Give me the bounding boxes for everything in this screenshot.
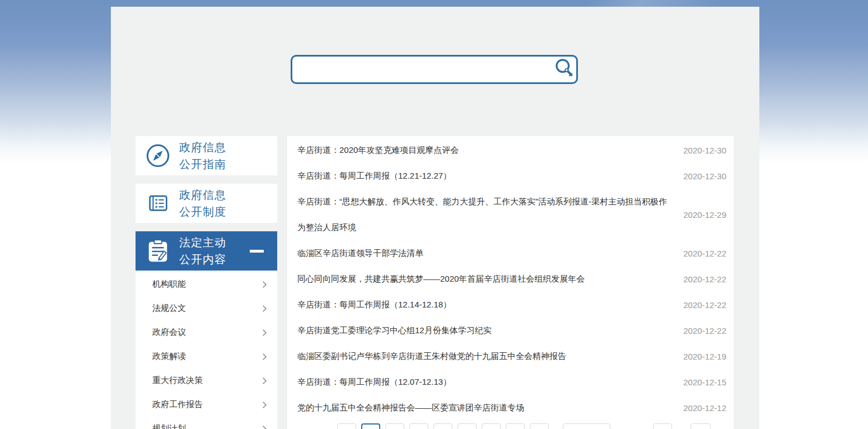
collapse-minus-icon [250, 250, 264, 253]
compass-icon [145, 143, 171, 169]
chevron-right-icon [260, 377, 266, 384]
sidebar-item-label: 政府信息 公开指南 [179, 139, 226, 172]
chevron-right-icon [260, 426, 266, 429]
news-item-title[interactable]: 辛店街道：每周工作周报（12.21-12.27） [297, 163, 675, 189]
sidebar-subitem-policy-interpretation[interactable]: 政策解读 [136, 344, 277, 369]
pagination-page-button[interactable] [530, 423, 549, 429]
subitem-label: 政策解读 [152, 351, 186, 362]
sidebar-subitem-organization[interactable]: 机构职能 [136, 272, 277, 296]
news-row: 辛店街道：2020年攻坚克难项目观摩点评会 2020-12-30 [287, 137, 734, 163]
news-item-date: 2020-12-22 [675, 274, 726, 284]
news-item-date: 2020-12-30 [675, 146, 726, 155]
chevron-right-icon [260, 281, 266, 287]
subitem-label: 政府会议 [152, 327, 186, 338]
ledger-icon [145, 190, 171, 216]
news-item-title[interactable]: 辛店街道：2020年攻坚克难项目观摩点评会 [297, 137, 675, 163]
pagination-jump-input[interactable] [653, 423, 672, 429]
news-item-date: 2020-12-22 [675, 249, 726, 258]
pagination-page-button[interactable] [458, 423, 477, 429]
chevron-right-icon [260, 353, 266, 360]
clipboard-pencil-icon [145, 238, 171, 264]
news-row: 辛店街道：每周工作周报（12.14-12.18） 2020-12-22 [287, 292, 734, 318]
news-item-title[interactable]: 辛店街道：每周工作周报（12.14-12.18） [297, 292, 675, 318]
sidebar-item-disclosure-system[interactable]: 政府信息 公开制度 [136, 184, 277, 223]
news-item-title[interactable]: 同心同向同发展，共建共赢共筑梦——2020年首届辛店街道社会组织发展年会 [297, 266, 675, 292]
sidebar-subitem-planning[interactable]: 规划计划 [136, 417, 277, 429]
news-item-date: 2020-12-30 [675, 171, 726, 181]
news-list: 辛店街道：2020年攻坚克难项目观摩点评会 2020-12-30 辛店街道：每周… [287, 136, 734, 429]
pagination-next-button[interactable] [563, 423, 610, 429]
sidebar-subitem-regulations[interactable]: 法规公文 [136, 296, 277, 320]
news-row: 党的十九届五中全会精神报告会——区委宣讲团辛店街道专场 2020-12-12 [287, 395, 734, 421]
sidebar-item-label: 法定主动 公开内容 [179, 234, 226, 268]
news-item-title[interactable]: 辛店街道：“思想大解放、作风大转变、能力大提升、工作大落实”活动系列报道-渠村主… [297, 189, 675, 240]
sidebar-item-label: 政府信息 公开制度 [179, 186, 226, 220]
news-item-title[interactable]: 临淄区辛店街道领导干部学法清单 [297, 240, 675, 266]
content-panel: 政府信息 公开指南 政府信息 公开制度 [111, 7, 759, 429]
sidebar-subitem-major-decisions[interactable]: 重大行政决策 [136, 369, 277, 393]
sidebar: 政府信息 公开指南 政府信息 公开制度 [136, 136, 277, 429]
news-item-date: 2020-12-22 [675, 326, 726, 335]
news-item-title[interactable]: 党的十九届五中全会精神报告会——区委宣讲团辛店街道专场 [297, 395, 675, 421]
subitem-label: 重大行政决策 [152, 375, 203, 386]
pagination [287, 423, 734, 429]
pagination-page-button[interactable] [482, 423, 501, 429]
news-item-date: 2020-12-15 [675, 377, 726, 387]
chevron-right-icon [260, 329, 266, 335]
news-item-title[interactable]: 临淄区委副书记卢华栋到辛店街道王朱村做党的十九届五中全会精神报告 [297, 343, 675, 369]
sidebar-item-legal-active-disclosure[interactable]: 法定主动 公开内容 [136, 231, 277, 271]
search-input[interactable] [292, 57, 552, 82]
search-box [291, 55, 578, 84]
subitem-label: 机构职能 [152, 279, 186, 290]
news-row: 辛店街道：每周工作周报（12.21-12.27） 2020-12-30 [287, 163, 734, 189]
chevron-right-icon [260, 402, 266, 408]
news-row: 临淄区委副书记卢华栋到辛店街道王朱村做党的十九届五中全会精神报告 2020-12… [287, 343, 734, 369]
news-row: 辛店街道：每周工作周报（12.07-12.13） 2020-12-15 [287, 369, 734, 395]
pagination-page-button[interactable] [385, 423, 404, 429]
pagination-page-button[interactable] [433, 423, 452, 429]
search-icon [554, 58, 574, 82]
news-item-date: 2020-12-19 [675, 352, 726, 361]
news-row: 辛店街道党工委理论学习中心组12月份集体学习纪实 2020-12-22 [287, 318, 734, 343]
news-row: 辛店街道：“思想大解放、作风大转变、能力大提升、工作大落实”活动系列报道-渠村主… [287, 189, 734, 240]
sidebar-subitem-work-report[interactable]: 政府工作报告 [136, 393, 277, 417]
sidebar-submenu: 机构职能 法规公文 政府会议 政策解读 重大行政决策 政府工作报告 [136, 272, 277, 429]
pagination-page-button-active[interactable] [361, 423, 380, 429]
pagination-page-button[interactable] [409, 423, 428, 429]
subitem-label: 法规公文 [152, 303, 186, 314]
news-row: 临淄区辛店街道领导干部学法清单 2020-12-22 [287, 240, 734, 266]
pagination-page-button[interactable] [506, 423, 525, 429]
pagination-prev-button[interactable] [337, 423, 356, 429]
news-row: 同心同向同发展，共建共赢共筑梦——2020年首届辛店街道社会组织发展年会 202… [287, 266, 734, 292]
subitem-label: 政府工作报告 [152, 399, 203, 410]
pagination-go-button[interactable] [690, 423, 711, 429]
sidebar-item-disclosure-guide[interactable]: 政府信息 公开指南 [136, 136, 277, 175]
news-item-date: 2020-12-22 [675, 300, 726, 310]
search-button[interactable] [552, 57, 576, 82]
news-item-date: 2020-12-12 [675, 403, 726, 413]
chevron-right-icon [260, 305, 266, 311]
news-item-date: 2020-12-29 [675, 210, 726, 220]
news-item-title[interactable]: 辛店街道：每周工作周报（12.07-12.13） [297, 369, 675, 395]
sidebar-subitem-gov-meetings[interactable]: 政府会议 [136, 320, 277, 344]
subitem-label: 规划计划 [152, 423, 186, 429]
news-item-title[interactable]: 辛店街道党工委理论学习中心组12月份集体学习纪实 [297, 318, 675, 343]
